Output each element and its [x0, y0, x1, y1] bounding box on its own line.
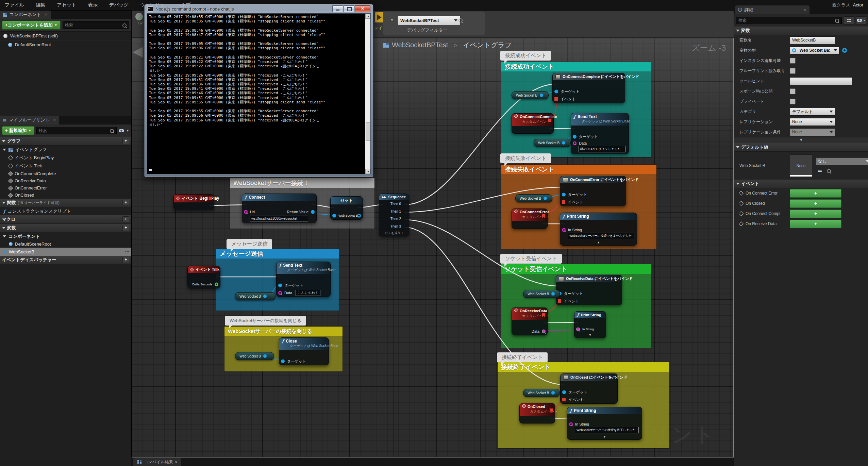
variable-type-dropdown[interactable]: Web Socket Ba:: [790, 47, 839, 54]
data-pin[interactable]: [573, 142, 577, 145]
var-websocketb[interactable]: Web Socket B: [235, 292, 276, 300]
nav-back-icon[interactable]: ◀: [132, 43, 143, 59]
graph-item-beginplay[interactable]: イベント BeginPlay: [0, 154, 131, 162]
asset-dropdown[interactable]: なし: [816, 157, 868, 165]
expose-checkbox[interactable]: [790, 88, 796, 94]
delegate-pin[interactable]: [542, 214, 546, 217]
add-graph-button[interactable]: +: [122, 138, 129, 144]
var-out-pin[interactable]: [551, 292, 555, 296]
url-pin[interactable]: [244, 210, 248, 214]
components-group[interactable]: コンポーネント: [0, 232, 131, 240]
tab-compile-results[interactable]: コンパイル結果 ×: [133, 458, 181, 466]
target-pin[interactable]: [554, 90, 558, 94]
chevron-down-icon[interactable]: ▼: [390, 18, 394, 22]
node-bind-onconnectcomplete[interactable]: OnConnectComplete にイベントをバインド ターゲット イベント: [552, 73, 625, 103]
url-field[interactable]: ws://localhost:8080/websocket: [250, 216, 308, 221]
myblueprint-search-input[interactable]: [36, 127, 117, 134]
add-event-button[interactable]: +: [790, 210, 841, 218]
list-item-self[interactable]: WebSocketBPTest (self): [0, 32, 131, 40]
add-new-button[interactable]: + 新規追加 ▼: [2, 126, 34, 135]
node-event-onconnecterror[interactable]: OnConnectErrorカスタムイベント: [512, 209, 548, 229]
var-websocketb[interactable]: Web Socket B: [512, 91, 549, 99]
node-connect[interactable]: ƒConnect UrlReturn Value ws://localhost:…: [242, 194, 317, 223]
eye-icon[interactable]: [119, 129, 124, 132]
var-websocketb[interactable]: Web Socket B: [523, 389, 560, 397]
console-body[interactable]: Tue Sep 05 2017 19:08:35 GMT+0900 (東京 (標…: [147, 13, 371, 174]
node-close[interactable]: ƒCloseターゲットは Web Socket Base ターゲット: [279, 337, 329, 365]
section-macros[interactable]: マクロ +: [0, 215, 131, 224]
category-dropdown[interactable]: デフォルト: [790, 108, 835, 116]
use-selected-icon[interactable]: ⬅: [818, 168, 822, 174]
construction-script-item[interactable]: ƒ コンストラクションスクリプト: [0, 207, 131, 215]
breadcrumb-current[interactable]: イベントグラフ: [463, 40, 512, 50]
section-variables[interactable]: 変数 +: [0, 224, 131, 232]
readonly-checkbox[interactable]: [790, 68, 796, 74]
section-variable[interactable]: 変数: [734, 27, 868, 35]
close-icon[interactable]: ×: [45, 12, 47, 17]
add-macro-button[interactable]: +: [122, 216, 129, 222]
graph-item-onreceivedata[interactable]: OnReceiveData: [0, 177, 131, 184]
node-event-onconnectcomplete[interactable]: OnConnectCompleteカスタムイベント: [512, 113, 554, 134]
event-pin[interactable]: [558, 299, 561, 303]
add-pin-button[interactable]: ピンを追加 +: [379, 230, 409, 236]
console-scrollbar[interactable]: [365, 14, 370, 174]
event-pin[interactable]: [562, 200, 565, 204]
value-out-pin[interactable]: [357, 214, 361, 218]
node-print-string-receive[interactable]: ƒPrint String In String ▼: [574, 311, 606, 338]
node-event-onclosed[interactable]: OnClosedカスタムイベント: [519, 403, 555, 423]
data-out-pin[interactable]: [542, 330, 546, 333]
target-pin[interactable]: [281, 360, 285, 363]
details-search-input[interactable]: [736, 17, 842, 24]
expander-icon[interactable]: ▼: [574, 333, 606, 338]
asset-thumbnail[interactable]: None: [790, 154, 812, 177]
private-checkbox[interactable]: [790, 99, 796, 104]
close-button[interactable]: ✕: [355, 5, 370, 12]
section-dispatchers[interactable]: イベントディスパッチャー +: [0, 256, 131, 264]
node-bind-onconnecterror[interactable]: OnConnectError にイベントをバインド ターゲット イベント: [560, 176, 626, 206]
graph-item-onclosed[interactable]: OnClosed: [0, 192, 131, 199]
close-icon[interactable]: ×: [804, 7, 806, 12]
scroll-down-icon[interactable]: [365, 169, 370, 174]
browse-icon[interactable]: [827, 169, 831, 173]
close-icon[interactable]: ×: [53, 118, 56, 122]
scroll-thumb[interactable]: [366, 122, 371, 141]
target-pin[interactable]: [278, 284, 282, 287]
var-out-pin[interactable]: [263, 354, 267, 358]
tooltip-input[interactable]: [790, 77, 852, 85]
data-pin[interactable]: [278, 291, 282, 295]
menu-edit[interactable]: 編集: [36, 2, 45, 8]
container-type-icon[interactable]: [842, 48, 847, 53]
event-graph-item[interactable]: イベントグラフ: [0, 146, 131, 154]
var-out-pin[interactable]: [540, 94, 543, 97]
node-send-text-success[interactable]: ƒSend Textターゲットは Web Socket Base ターゲット D…: [571, 113, 629, 154]
node-bind-onreceivedata[interactable]: OnReceiveData にイベントをバインド ターゲット イベント: [556, 275, 622, 305]
var-websocketb[interactable]: Web Socket B: [534, 139, 571, 147]
scroll-up-icon[interactable]: [365, 14, 370, 19]
grid-view-button[interactable]: [844, 16, 854, 24]
delegate-pin[interactable]: [542, 313, 546, 316]
components-search-input[interactable]: [63, 21, 129, 29]
menu-view[interactable]: 表示: [88, 2, 98, 8]
node-set-websocketb[interactable]: セット Web Socket B: [330, 196, 363, 220]
tab-details[interactable]: ⓘ 詳細 ×: [735, 5, 809, 14]
event-pin[interactable]: [554, 97, 558, 101]
component-item-scene-root[interactable]: DefaultSceneRoot: [0, 240, 131, 248]
add-variable-button[interactable]: +: [122, 225, 129, 231]
breadcrumb-root[interactable]: WebSocketBPTest: [392, 41, 448, 49]
add-dispatcher-button[interactable]: +: [122, 257, 129, 263]
section-default-value[interactable]: デフォルト値: [734, 143, 868, 152]
in-string-pin[interactable]: [576, 328, 580, 331]
node-event-onreceivedata[interactable]: OnReceiveDataカスタムイベント Data: [512, 307, 548, 335]
nodejs-console-window[interactable]: Node.js command prompt - node chat.js ✕ …: [144, 4, 373, 177]
replication-dropdown[interactable]: None: [790, 118, 835, 126]
debug-object-dropdown[interactable]: WebSocketBPTest: [397, 16, 461, 25]
var-out-pin[interactable]: [562, 141, 565, 145]
maximize-button[interactable]: [344, 5, 354, 12]
node-print-string-closed[interactable]: ƒPrint String In String WebSocketサーバーの接続…: [567, 407, 642, 440]
var-websocketb[interactable]: Web Socket B: [523, 290, 560, 298]
close-icon[interactable]: ×: [175, 460, 177, 465]
node-event-tick[interactable]: イベント Tick Delta Seconds: [187, 266, 220, 288]
add-function-button[interactable]: +: [122, 200, 129, 206]
delegate-pin[interactable]: [549, 408, 553, 412]
in-string-pin[interactable]: [569, 422, 573, 426]
